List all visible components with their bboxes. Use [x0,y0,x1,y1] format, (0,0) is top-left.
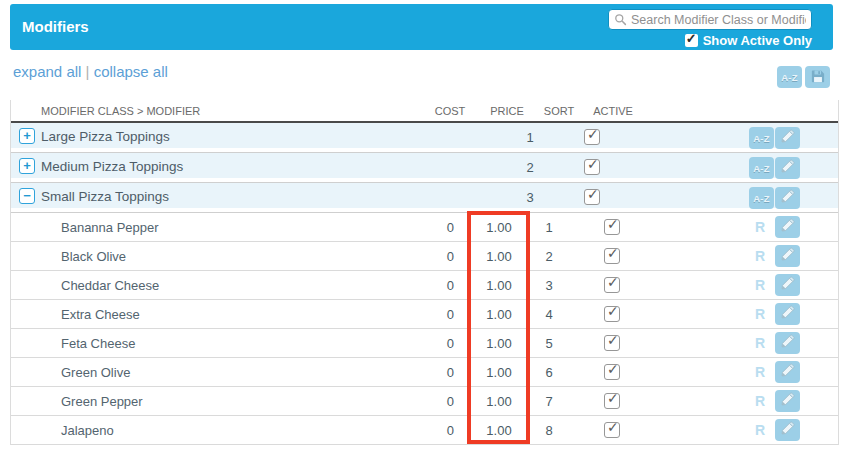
pencil-icon [780,334,795,352]
cost-value: 0 [414,249,454,264]
sort-value: 1 [529,220,569,235]
edit-class-button[interactable] [775,127,800,149]
edit-modifier-button[interactable] [775,361,800,383]
column-active: ACTIVE [588,105,638,117]
edit-class-button[interactable] [775,187,800,209]
active-checkbox[interactable] [584,189,600,205]
cost-value: 0 [414,278,454,293]
modifier-class-row: +Medium Pizza Toppings2A-Z [11,153,838,183]
sort-value: 4 [529,307,569,322]
edit-modifier-button[interactable] [775,216,800,238]
pencil-icon [780,363,795,381]
sort-class-az-button[interactable]: A-Z [749,187,774,209]
sort-value: 7 [529,394,569,409]
price-value: 1.00 [469,307,529,322]
expand-all-link[interactable]: expand all [13,63,81,80]
panel-header: Modifiers Show Active Only [10,4,833,50]
recipe-button[interactable]: R [755,219,765,235]
active-checkbox[interactable] [584,129,600,145]
edit-modifier-button[interactable] [775,419,800,441]
search-box [608,9,812,30]
pencil-icon [780,159,795,177]
cost-value: 0 [414,394,454,409]
collapse-all-link[interactable]: collapse all [94,63,168,80]
modifier-class-name: Small Pizza Toppings [41,189,169,204]
az-label: A-Z [753,193,770,204]
column-cost: COST [425,105,475,117]
price-value: 1.00 [469,394,529,409]
recipe-button[interactable]: R [755,306,765,322]
recipe-button[interactable]: R [755,393,765,409]
modifier-row: Green Olive01.006R [11,358,838,387]
expand-collapse-links: expand all | collapse all [13,63,168,80]
modifiers-panel: Modifiers Show Active Only expand all | … [10,4,839,445]
active-checkbox[interactable] [604,248,620,264]
active-checkbox[interactable] [604,335,620,351]
price-value: 1.00 [469,249,529,264]
sort-all-az-button[interactable]: A-Z [777,66,802,88]
cost-value: 0 [414,220,454,235]
toolbar: expand all | collapse all A-Z [10,50,839,100]
sort-value: 2 [529,249,569,264]
recipe-button[interactable]: R [755,277,765,293]
modifier-row: Black Olive01.002R [11,242,838,271]
edit-modifier-button[interactable] [775,303,800,325]
active-checkbox[interactable] [604,422,620,438]
cost-value: 0 [414,423,454,438]
sort-class-az-button[interactable]: A-Z [749,157,774,179]
modifier-name: Jalapeno [61,423,114,438]
az-label: A-Z [753,133,770,144]
sort-value: 6 [529,365,569,380]
active-checkbox[interactable] [584,159,600,175]
recipe-button[interactable]: R [755,248,765,264]
pencil-icon [780,218,795,236]
price-value: 1.00 [469,220,529,235]
az-label: A-Z [781,72,798,83]
recipe-button[interactable]: R [755,335,765,351]
modifier-name: Green Pepper [61,394,143,409]
cost-value: 0 [414,336,454,351]
modifier-row: Feta Cheese01.005R [11,329,838,358]
pencil-icon [780,305,795,323]
recipe-button[interactable]: R [755,364,765,380]
active-checkbox[interactable] [604,219,620,235]
sort-class-az-button[interactable]: A-Z [749,127,774,149]
collapse-class-icon[interactable]: − [19,188,35,204]
active-checkbox[interactable] [604,393,620,409]
modifier-class-name: Medium Pizza Toppings [41,159,183,174]
sort-value: 1 [510,130,550,145]
cost-value: 0 [414,307,454,322]
save-button[interactable] [805,66,830,88]
table-header: MODIFIER CLASS > MODIFIER COST PRICE SOR… [11,100,838,123]
edit-modifier-button[interactable] [775,274,800,296]
modifier-row: Extra Cheese01.004R [11,300,838,329]
edit-class-button[interactable] [775,157,800,179]
edit-modifier-button[interactable] [775,390,800,412]
recipe-button[interactable]: R [755,422,765,438]
edit-modifier-button[interactable] [775,245,800,267]
active-checkbox[interactable] [604,306,620,322]
modifier-row: Jalapeno01.008R [11,416,838,445]
cost-value: 0 [414,365,454,380]
modifier-class-row: +Large Pizza Toppings1A-Z [11,123,838,153]
active-checkbox[interactable] [604,277,620,293]
active-checkbox[interactable] [604,364,620,380]
sort-value: 8 [529,423,569,438]
expand-class-icon[interactable]: + [19,158,35,174]
modifier-name: Cheddar Cheese [61,278,159,293]
sort-value: 3 [510,190,550,205]
search-input[interactable] [631,13,806,27]
price-value: 1.00 [469,423,529,438]
price-value: 1.00 [469,278,529,293]
pencil-icon [780,189,795,207]
page-title: Modifiers [22,18,89,35]
edit-modifier-button[interactable] [775,332,800,354]
show-active-only-checkbox[interactable] [685,34,698,47]
price-value: 1.00 [469,336,529,351]
sort-value: 3 [529,278,569,293]
expand-class-icon[interactable]: + [19,128,35,144]
pencil-icon [780,421,795,439]
column-sort: SORT [534,105,584,117]
price-value: 1.00 [469,365,529,380]
pencil-icon [780,392,795,410]
